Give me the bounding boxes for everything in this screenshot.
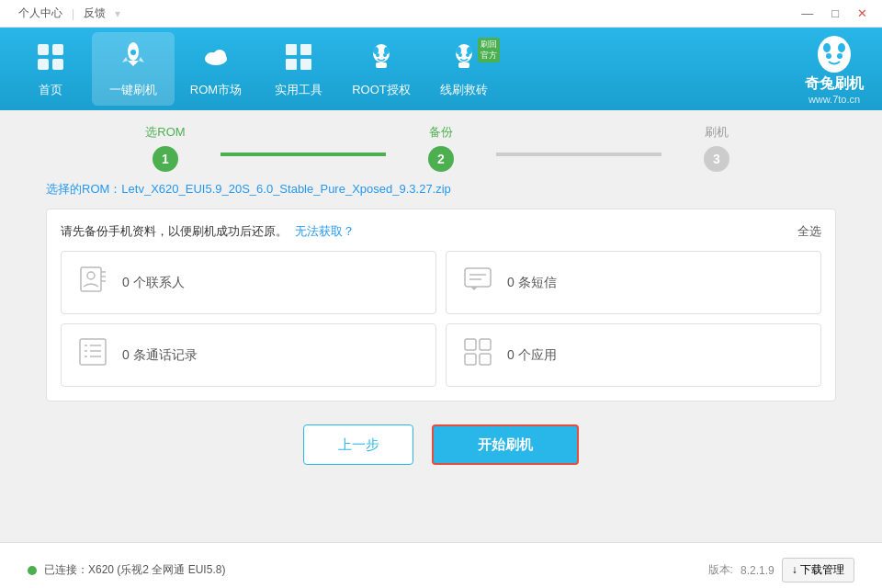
start-button[interactable]: 开始刷机 bbox=[432, 424, 579, 465]
svg-rect-49 bbox=[465, 339, 476, 350]
svg-marker-41 bbox=[470, 287, 478, 290]
svg-point-32 bbox=[837, 53, 842, 59]
maximize-button[interactable]: □ bbox=[826, 5, 844, 22]
select-all-btn[interactable]: 全选 bbox=[797, 223, 821, 240]
svg-rect-51 bbox=[465, 354, 476, 365]
svg-rect-1 bbox=[52, 44, 63, 55]
step3-label: 刷机 bbox=[705, 124, 729, 141]
title-bar-controls: — □ ✕ bbox=[796, 5, 873, 22]
apps-unit: 个应用 bbox=[518, 347, 557, 362]
apps-count: 0 bbox=[507, 347, 514, 362]
backup-grid: 0 个联系人 0 条短信 bbox=[61, 251, 821, 387]
nav-item-root[interactable]: ROOT授权 bbox=[340, 32, 423, 106]
version-number: 8.2.1.9 bbox=[741, 564, 775, 577]
rocket-icon bbox=[117, 40, 150, 78]
backup-header-left: 请先备份手机资料，以便刷机成功后还原。 无法获取？ bbox=[61, 223, 355, 240]
step-backup: 备份 2 bbox=[386, 124, 496, 172]
feedback-link[interactable]: 反馈 bbox=[84, 6, 106, 21]
svg-rect-2 bbox=[38, 59, 49, 70]
backup-item-calls[interactable]: 0 条通话记录 bbox=[61, 323, 436, 387]
backup-title: 请先备份手机资料，以便刷机成功后还原。 bbox=[61, 223, 288, 240]
header: 首页 一键刷机 ROM市场 bbox=[0, 28, 882, 110]
action-buttons: 上一步 开始刷机 bbox=[46, 401, 836, 474]
svg-rect-21 bbox=[376, 62, 387, 68]
svg-point-11 bbox=[213, 50, 226, 62]
svg-rect-52 bbox=[480, 354, 491, 365]
logo-text: 奇兔刷机 bbox=[805, 74, 864, 94]
contacts-unit: 个联系人 bbox=[133, 275, 185, 289]
svg-marker-7 bbox=[139, 57, 144, 62]
nav-item-tools[interactable]: 实用工具 bbox=[257, 32, 340, 106]
svg-rect-12 bbox=[286, 44, 297, 55]
svg-rect-14 bbox=[286, 59, 297, 70]
svg-point-34 bbox=[87, 272, 95, 279]
logo-url: www.7to.cn bbox=[808, 94, 860, 105]
nav-label-root: ROOT授权 bbox=[352, 82, 411, 98]
contact-icon bbox=[76, 265, 109, 300]
download-mgr-button[interactable]: ↓ 下载管理 bbox=[782, 558, 854, 582]
step1-circle: 1 bbox=[153, 146, 178, 172]
nav-item-onekey[interactable]: 一键刷机 bbox=[92, 32, 175, 106]
svg-rect-38 bbox=[465, 268, 491, 287]
prev-button[interactable]: 上一步 bbox=[303, 424, 413, 465]
sms-icon bbox=[461, 265, 494, 300]
nav-item-home[interactable]: 首页 bbox=[9, 32, 92, 106]
contacts-count: 0 bbox=[122, 275, 130, 289]
title-bar: 个人中心 | 反馈 ▾ — □ ✕ bbox=[0, 0, 882, 28]
step2-circle: 2 bbox=[428, 146, 454, 172]
svg-point-8 bbox=[130, 50, 136, 55]
apps-text: 0 个应用 bbox=[507, 347, 557, 364]
svg-point-18 bbox=[384, 47, 390, 54]
svg-rect-3 bbox=[52, 59, 63, 70]
svg-rect-15 bbox=[300, 59, 311, 70]
nav-label-home: 首页 bbox=[39, 82, 62, 98]
svg-point-26 bbox=[466, 53, 469, 57]
svg-rect-0 bbox=[38, 44, 49, 55]
step-line-2 bbox=[496, 153, 662, 156]
svg-point-31 bbox=[826, 53, 831, 59]
connection-status: 已连接：X620 (乐视2 全网通 EUI5.8) bbox=[28, 562, 225, 578]
calls-unit: 条通话记录 bbox=[133, 347, 198, 362]
rom-filename: Letv_X620_EUI5.9_20S_6.0_Stable_Pure_Xpo… bbox=[121, 182, 451, 196]
calls-text: 0 条通话记录 bbox=[122, 347, 198, 364]
svg-marker-5 bbox=[128, 61, 139, 66]
calls-count: 0 bbox=[122, 347, 130, 362]
step3-circle: 3 bbox=[704, 146, 729, 172]
backup-item-apps[interactable]: 0 个应用 bbox=[446, 323, 821, 387]
svg-rect-42 bbox=[80, 339, 106, 365]
svg-point-28 bbox=[818, 36, 851, 73]
close-button[interactable]: ✕ bbox=[852, 5, 873, 22]
main-body: 选ROM 1 备份 2 刷机 3 选择的ROM：Letv_X620_EUI5.9… bbox=[0, 110, 882, 542]
step-line-1 bbox=[220, 153, 386, 156]
rom-info: 选择的ROM：Letv_X620_EUI5.9_20S_6.0_Stable_P… bbox=[46, 181, 836, 198]
backup-header: 请先备份手机资料，以便刷机成功后还原。 无法获取？ 全选 bbox=[61, 223, 821, 240]
title-bar-left: 个人中心 | 反馈 ▾ bbox=[18, 6, 120, 21]
nav-label-tools: 实用工具 bbox=[275, 82, 322, 98]
step1-label: 选ROM bbox=[145, 124, 185, 141]
connected-dot bbox=[28, 566, 37, 575]
no-access-link[interactable]: 无法获取？ bbox=[295, 223, 355, 240]
status-bar: 已连接：X620 (乐视2 全网通 EUI5.8) 版本: 8.2.1.9 ↓ … bbox=[0, 542, 882, 588]
sms-text: 0 条短信 bbox=[507, 275, 557, 291]
nav-item-rommarket[interactable]: ROM市场 bbox=[175, 32, 257, 106]
home-icon bbox=[34, 40, 67, 78]
cloud-icon bbox=[199, 40, 232, 78]
apps-icon bbox=[461, 337, 494, 373]
svg-rect-13 bbox=[300, 44, 311, 55]
svg-rect-50 bbox=[480, 339, 491, 350]
svg-point-20 bbox=[383, 53, 387, 57]
step2-label: 备份 bbox=[429, 124, 453, 141]
logo-area: 奇兔刷机 www.7to.cn bbox=[805, 34, 882, 105]
user-center-link[interactable]: 个人中心 bbox=[18, 6, 62, 21]
svg-point-17 bbox=[373, 47, 379, 54]
sms-unit: 条短信 bbox=[518, 275, 557, 289]
nav-item-flash[interactable]: 刷回官方 线刷救砖 bbox=[423, 32, 505, 106]
svg-point-25 bbox=[458, 53, 462, 57]
version-info: 版本: 8.2.1.9 ↓ 下载管理 bbox=[708, 558, 854, 582]
backup-item-sms[interactable]: 0 条短信 bbox=[446, 251, 821, 314]
backup-item-contacts[interactable]: 0 个联系人 bbox=[61, 251, 436, 314]
lineflash-icon bbox=[447, 40, 481, 78]
svg-rect-27 bbox=[458, 62, 469, 68]
minimize-button[interactable]: — bbox=[796, 5, 819, 22]
step-flash: 刷机 3 bbox=[662, 124, 772, 172]
